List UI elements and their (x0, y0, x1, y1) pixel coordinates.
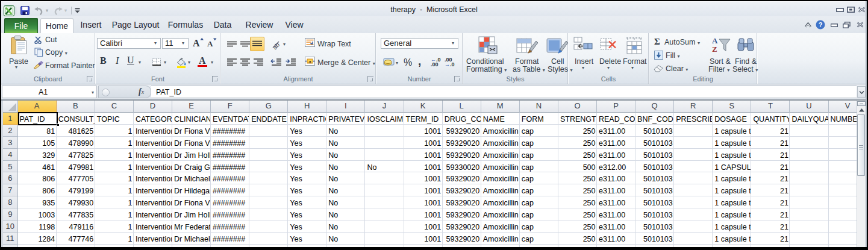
svg-text:A: A (193, 38, 200, 48)
svg-text:Z: Z (712, 45, 717, 54)
svg-text:?: ? (819, 21, 823, 28)
svg-text:A: A (712, 36, 718, 45)
svg-text:ab: ab (272, 41, 281, 49)
svg-text:a: a (308, 59, 311, 64)
svg-text:A: A (207, 39, 213, 48)
